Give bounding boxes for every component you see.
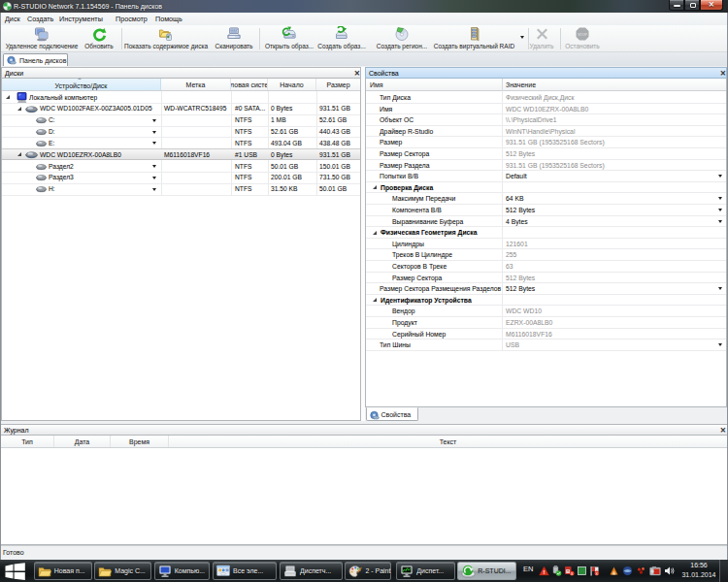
svg-text:STOP: STOP [578,33,587,37]
svg-text:!: ! [544,569,546,575]
